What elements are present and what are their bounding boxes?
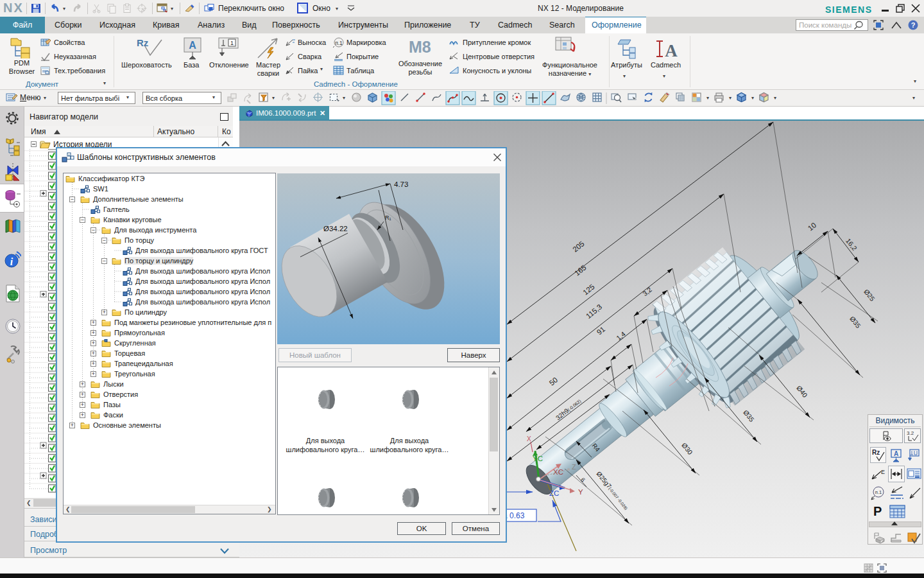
svg-text:▾: ▾ <box>343 95 345 101</box>
svg-text:165: 165 <box>573 263 587 277</box>
svg-text:▾: ▾ <box>706 95 709 101</box>
svg-text:Ø35: Ø35 <box>848 315 862 329</box>
svg-text:10: 10 <box>807 221 817 232</box>
svg-text:R₁: R₁ <box>385 215 391 221</box>
svg-text:3,2: 3,2 <box>641 286 653 298</box>
svg-text:1: 1 <box>230 40 234 46</box>
svg-text:▾: ▾ <box>751 95 754 101</box>
svg-text:Y: Y <box>578 488 583 496</box>
svg-text:1,4: 1,4 <box>615 330 627 342</box>
svg-text:Ø40: Ø40 <box>795 384 809 399</box>
svg-text:Ø25g7(-0.007 -0.028): Ø25g7(-0.007 -0.028) <box>595 470 630 511</box>
svg-text:▾: ▾ <box>912 95 915 101</box>
svg-text:91: 91 <box>595 325 606 336</box>
svg-text:Z: Z <box>572 463 576 471</box>
svg-text:Rz: Rz <box>872 449 880 456</box>
svg-text:ZC: ZC <box>549 489 559 497</box>
svg-text:▾: ▾ <box>272 95 275 101</box>
svg-text:▾: ▾ <box>729 95 732 101</box>
svg-text:Ø25: Ø25 <box>862 288 877 302</box>
svg-text:A: A <box>665 41 678 60</box>
svg-text:A: A <box>894 450 898 457</box>
svg-text:X: X <box>527 435 531 442</box>
svg-text:▾: ▾ <box>774 95 776 101</box>
svg-text:Ø35: Ø35 <box>742 408 756 423</box>
svg-text:?: ? <box>911 21 916 29</box>
svg-text:п.1: п.1 <box>335 40 343 46</box>
svg-text:i: i <box>10 256 13 267</box>
svg-text:4.73: 4.73 <box>394 180 408 188</box>
svg-text:115,3: 115,3 <box>585 302 603 320</box>
svg-text:205: 205 <box>571 240 585 253</box>
svg-text:п.1: п.1 <box>875 489 882 495</box>
svg-text:A: A <box>189 40 196 51</box>
svg-text:16,2: 16,2 <box>844 237 859 252</box>
svg-text:Ø34.22: Ø34.22 <box>323 225 348 232</box>
svg-text:3.2: 3.2 <box>907 430 914 436</box>
svg-text:YC: YC <box>533 455 543 462</box>
svg-text:Ø30: Ø30 <box>680 441 694 456</box>
svg-text:E: E <box>881 469 885 475</box>
svg-text:50: 50 <box>548 376 559 387</box>
